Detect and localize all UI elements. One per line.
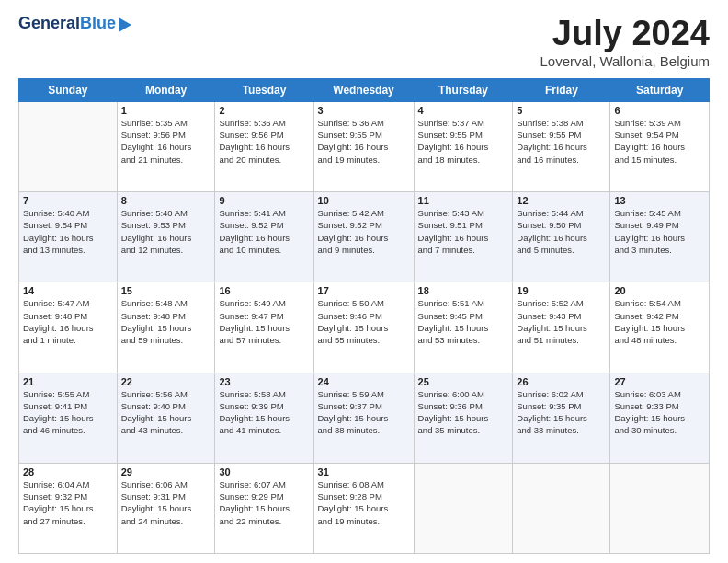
calendar-day-cell: 28Sunrise: 6:04 AM Sunset: 9:32 PM Dayli… xyxy=(19,463,118,553)
calendar-day-cell: 8Sunrise: 5:40 AM Sunset: 9:53 PM Daylig… xyxy=(117,192,215,282)
day-info: Sunrise: 5:40 AM Sunset: 9:54 PM Dayligh… xyxy=(23,207,113,256)
day-number: 11 xyxy=(418,195,509,206)
calendar-day-cell xyxy=(414,463,513,553)
day-number: 16 xyxy=(219,285,309,296)
col-header-sunday: Sunday xyxy=(19,78,118,101)
calendar-day-cell: 14Sunrise: 5:47 AM Sunset: 9:48 PM Dayli… xyxy=(19,282,118,373)
calendar-day-cell: 5Sunrise: 5:38 AM Sunset: 9:55 PM Daylig… xyxy=(513,101,610,191)
calendar-day-cell: 9Sunrise: 5:41 AM Sunset: 9:52 PM Daylig… xyxy=(215,192,313,282)
col-header-monday: Monday xyxy=(117,78,215,101)
day-number: 1 xyxy=(121,105,211,116)
calendar-day-cell: 15Sunrise: 5:48 AM Sunset: 9:48 PM Dayli… xyxy=(117,282,215,373)
day-info: Sunrise: 5:50 AM Sunset: 9:46 PM Dayligh… xyxy=(318,297,410,346)
day-info: Sunrise: 5:43 AM Sunset: 9:51 PM Dayligh… xyxy=(418,207,509,256)
calendar-table: SundayMondayTuesdayWednesdayThursdayFrid… xyxy=(18,78,710,554)
day-info: Sunrise: 6:06 AM Sunset: 9:31 PM Dayligh… xyxy=(121,478,211,527)
day-number: 18 xyxy=(418,285,509,296)
calendar-day-cell: 6Sunrise: 5:39 AM Sunset: 9:54 PM Daylig… xyxy=(610,101,710,191)
day-info: Sunrise: 5:54 AM Sunset: 9:42 PM Dayligh… xyxy=(614,297,705,346)
day-info: Sunrise: 5:42 AM Sunset: 9:52 PM Dayligh… xyxy=(318,207,410,256)
calendar-day-cell xyxy=(19,101,118,191)
day-number: 8 xyxy=(121,195,211,206)
day-number: 29 xyxy=(121,466,211,477)
calendar-week-row: 28Sunrise: 6:04 AM Sunset: 9:32 PM Dayli… xyxy=(19,463,710,553)
calendar-day-cell: 20Sunrise: 5:54 AM Sunset: 9:42 PM Dayli… xyxy=(610,282,710,373)
main-title: July 2024 xyxy=(540,15,710,53)
day-number: 17 xyxy=(318,285,410,296)
day-number: 12 xyxy=(517,195,606,206)
day-number: 31 xyxy=(318,466,410,477)
col-header-thursday: Thursday xyxy=(414,78,513,101)
day-info: Sunrise: 5:47 AM Sunset: 9:48 PM Dayligh… xyxy=(23,297,113,346)
day-info: Sunrise: 6:08 AM Sunset: 9:28 PM Dayligh… xyxy=(318,478,410,527)
day-number: 2 xyxy=(219,105,309,116)
day-number: 9 xyxy=(219,195,309,206)
logo-general: General xyxy=(18,14,80,32)
day-number: 20 xyxy=(614,285,705,296)
calendar-day-cell xyxy=(610,463,710,553)
day-info: Sunrise: 6:03 AM Sunset: 9:33 PM Dayligh… xyxy=(614,388,705,437)
subtitle: Loverval, Wallonia, Belgium xyxy=(540,53,710,69)
calendar-day-cell: 13Sunrise: 5:45 AM Sunset: 9:49 PM Dayli… xyxy=(610,192,710,282)
col-header-wednesday: Wednesday xyxy=(313,78,414,101)
day-number: 19 xyxy=(517,285,606,296)
calendar-day-cell: 27Sunrise: 6:03 AM Sunset: 9:33 PM Dayli… xyxy=(610,373,710,463)
calendar-day-cell: 30Sunrise: 6:07 AM Sunset: 9:29 PM Dayli… xyxy=(215,463,313,553)
calendar-week-row: 21Sunrise: 5:55 AM Sunset: 9:41 PM Dayli… xyxy=(19,373,710,463)
calendar-day-cell: 10Sunrise: 5:42 AM Sunset: 9:52 PM Dayli… xyxy=(313,192,414,282)
calendar-day-cell: 3Sunrise: 5:36 AM Sunset: 9:55 PM Daylig… xyxy=(313,101,414,191)
logo-arrow-icon xyxy=(119,17,131,32)
day-info: Sunrise: 5:40 AM Sunset: 9:53 PM Dayligh… xyxy=(121,207,211,256)
calendar-week-row: 14Sunrise: 5:47 AM Sunset: 9:48 PM Dayli… xyxy=(19,282,710,373)
calendar-week-row: 7Sunrise: 5:40 AM Sunset: 9:54 PM Daylig… xyxy=(19,192,710,282)
logo-blue: Blue xyxy=(80,14,116,32)
day-info: Sunrise: 6:07 AM Sunset: 9:29 PM Dayligh… xyxy=(219,478,309,527)
day-info: Sunrise: 5:45 AM Sunset: 9:49 PM Dayligh… xyxy=(614,207,705,256)
calendar-header-row: SundayMondayTuesdayWednesdayThursdayFrid… xyxy=(19,78,710,101)
day-number: 30 xyxy=(219,466,309,477)
day-info: Sunrise: 6:04 AM Sunset: 9:32 PM Dayligh… xyxy=(23,478,113,527)
day-info: Sunrise: 5:36 AM Sunset: 9:56 PM Dayligh… xyxy=(219,117,309,166)
calendar-day-cell: 7Sunrise: 5:40 AM Sunset: 9:54 PM Daylig… xyxy=(19,192,118,282)
day-info: Sunrise: 5:58 AM Sunset: 9:39 PM Dayligh… xyxy=(219,388,309,437)
logo-text: GeneralBlue xyxy=(18,15,116,33)
day-number: 25 xyxy=(418,376,509,387)
day-info: Sunrise: 5:56 AM Sunset: 9:40 PM Dayligh… xyxy=(121,388,211,437)
calendar-day-cell: 17Sunrise: 5:50 AM Sunset: 9:46 PM Dayli… xyxy=(313,282,414,373)
calendar-day-cell: 18Sunrise: 5:51 AM Sunset: 9:45 PM Dayli… xyxy=(414,282,513,373)
day-info: Sunrise: 5:37 AM Sunset: 9:55 PM Dayligh… xyxy=(418,117,509,166)
day-number: 10 xyxy=(318,195,410,206)
logo: GeneralBlue xyxy=(18,15,131,33)
day-number: 7 xyxy=(23,195,113,206)
day-number: 26 xyxy=(517,376,606,387)
header: GeneralBlue July 2024 Loverval, Wallonia… xyxy=(18,15,710,69)
day-info: Sunrise: 5:49 AM Sunset: 9:47 PM Dayligh… xyxy=(219,297,309,346)
title-block: July 2024 Loverval, Wallonia, Belgium xyxy=(540,15,710,69)
day-number: 23 xyxy=(219,376,309,387)
day-info: Sunrise: 5:55 AM Sunset: 9:41 PM Dayligh… xyxy=(23,388,113,437)
day-info: Sunrise: 5:52 AM Sunset: 9:43 PM Dayligh… xyxy=(517,297,606,346)
calendar-day-cell: 11Sunrise: 5:43 AM Sunset: 9:51 PM Dayli… xyxy=(414,192,513,282)
day-number: 6 xyxy=(614,105,705,116)
calendar-day-cell: 16Sunrise: 5:49 AM Sunset: 9:47 PM Dayli… xyxy=(215,282,313,373)
day-info: Sunrise: 5:39 AM Sunset: 9:54 PM Dayligh… xyxy=(614,117,705,166)
day-number: 5 xyxy=(517,105,606,116)
day-info: Sunrise: 5:59 AM Sunset: 9:37 PM Dayligh… xyxy=(318,388,410,437)
day-info: Sunrise: 6:02 AM Sunset: 9:35 PM Dayligh… xyxy=(517,388,606,437)
calendar-week-row: 1Sunrise: 5:35 AM Sunset: 9:56 PM Daylig… xyxy=(19,101,710,191)
day-info: Sunrise: 5:36 AM Sunset: 9:55 PM Dayligh… xyxy=(318,117,410,166)
calendar-day-cell: 21Sunrise: 5:55 AM Sunset: 9:41 PM Dayli… xyxy=(19,373,118,463)
calendar-day-cell: 1Sunrise: 5:35 AM Sunset: 9:56 PM Daylig… xyxy=(117,101,215,191)
calendar-day-cell: 24Sunrise: 5:59 AM Sunset: 9:37 PM Dayli… xyxy=(313,373,414,463)
day-number: 14 xyxy=(23,285,113,296)
day-number: 21 xyxy=(23,376,113,387)
col-header-saturday: Saturday xyxy=(610,78,710,101)
day-number: 3 xyxy=(318,105,410,116)
day-info: Sunrise: 5:48 AM Sunset: 9:48 PM Dayligh… xyxy=(121,297,211,346)
day-number: 27 xyxy=(614,376,705,387)
calendar-day-cell: 23Sunrise: 5:58 AM Sunset: 9:39 PM Dayli… xyxy=(215,373,313,463)
day-info: Sunrise: 5:35 AM Sunset: 9:56 PM Dayligh… xyxy=(121,117,211,166)
calendar-day-cell xyxy=(513,463,610,553)
calendar-day-cell: 29Sunrise: 6:06 AM Sunset: 9:31 PM Dayli… xyxy=(117,463,215,553)
day-info: Sunrise: 5:38 AM Sunset: 9:55 PM Dayligh… xyxy=(517,117,606,166)
